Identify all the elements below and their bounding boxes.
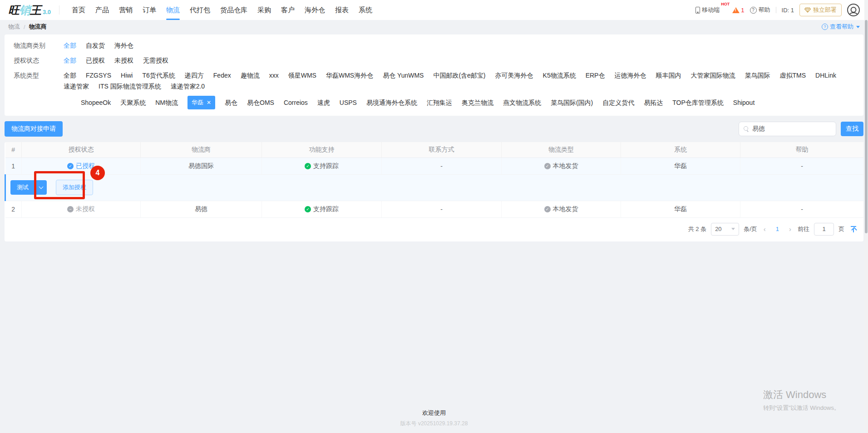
filter-option[interactable]: 递四方 [185,70,204,81]
table-header-row: # 授权状态 物流商 功能支持 联系方式 物流类型 系统 帮助 [5,142,864,157]
check-circle-icon: ✓ [305,206,311,212]
filter-option[interactable]: 未授权 [114,55,133,66]
filter-option[interactable]: 虚拟TMS [779,70,806,81]
filter-option[interactable]: K5物流系统 [543,70,576,81]
filter-option[interactable]: NM物流 [155,97,178,108]
filter-option[interactable]: 易境通海外仓系统 [366,97,417,108]
prev-page-button[interactable]: ‹ [762,225,768,233]
help-link[interactable]: ? 帮助 [750,6,770,14]
filter-option[interactable]: 易拓达 [644,97,663,108]
filter-option[interactable]: 中国邮政(含e邮宝) [433,70,485,81]
filter-option[interactable]: 海外仓 [114,40,133,51]
nav-item[interactable]: 订单 [138,0,161,20]
filter-option[interactable]: 自定义货代 [602,97,634,108]
filter-option[interactable]: 速递管家 [64,81,89,92]
check-circle-icon: ✓ [544,206,551,212]
filter-option[interactable]: ITS 国际物流管理系统 [99,81,161,92]
filter-option-selected[interactable]: 全部 [64,40,76,51]
filter-option[interactable]: 菜鸟国际(国内) [551,97,593,108]
carrier-apply-button[interactable]: 物流商对接申请 [5,121,63,137]
app-logo[interactable]: 旺 销 王 3.0 [8,3,51,18]
filter-option[interactable]: TOP仓库管理系统 [672,97,724,108]
col-header-system: 系统 [621,142,740,157]
filter-option[interactable]: 汇翔集运 [427,97,452,108]
filter-option[interactable]: Correios [284,97,308,108]
nav-item[interactable]: 报表 [330,0,354,20]
filter-option[interactable]: 奥克兰物流 [462,97,493,108]
nav-item[interactable]: 系统 [354,0,377,20]
table-row[interactable]: 2 −未授权 易德 ✓支持跟踪 - ✓本地发货 华磊 - [5,201,864,217]
view-help-dropdown[interactable]: ? 查看帮助 [822,23,860,31]
filter-option[interactable]: 速虎 [317,97,330,108]
filter-option[interactable]: Fedex [213,70,231,81]
filter-option[interactable]: DHLink [815,70,836,81]
selected-system-tag[interactable]: 华磊 ✕ [187,96,215,109]
nav-item[interactable]: 代打包 [185,0,215,20]
standalone-deploy-button[interactable]: 独立部署 [799,4,842,16]
search-input[interactable] [752,125,834,133]
breadcrumb: 物流 / 物流商 [8,23,47,31]
cell-system: 华磊 [621,157,740,174]
vertical-scrollbar[interactable] [864,0,868,433]
nav-item[interactable]: 海外仓 [300,0,330,20]
nav-item[interactable]: 营销 [114,0,138,20]
filter-option[interactable]: Shipout [733,97,755,108]
pagination-total: 共 2 条 [688,225,706,233]
back-to-top-icon[interactable] [850,226,857,233]
filter-option-selected[interactable]: 全部 [64,55,76,66]
filter-option[interactable]: 易仓OMS [247,97,274,108]
cell-type: ✓本地发货 [502,157,621,174]
search-button[interactable]: 查找 [841,122,863,136]
breadcrumb-parent[interactable]: 物流 [8,23,20,31]
version-text: 版本号 v20251029.19.37.28 [0,420,868,428]
filter-option[interactable]: 自发货 [86,40,105,51]
nav-item[interactable]: 采购 [252,0,276,20]
goto-page-input[interactable] [814,223,834,236]
filter-option[interactable]: ERP仓 [586,70,605,81]
filter-option[interactable]: 趣物流 [241,70,260,81]
filter-option[interactable]: 易仓 YunWMS [383,70,424,81]
filter-option[interactable]: 大管家国际物流 [690,70,735,81]
tag-close-icon[interactable]: ✕ [207,100,211,105]
col-header-help: 帮助 [740,142,864,157]
next-page-button[interactable]: › [787,225,793,233]
filter-option[interactable]: 亦可美海外仓 [495,70,533,81]
filter-option[interactable]: 全部 [64,70,76,81]
nav-item[interactable]: 货品仓库 [215,0,252,20]
search-box [739,122,836,136]
filter-option[interactable]: 天聚系统 [120,97,146,108]
nav-item[interactable]: 产品 [90,0,114,20]
filter-option[interactable]: 领星WMS [288,70,316,81]
add-auth-button[interactable]: 添加授权 [56,180,93,195]
filter-option[interactable]: xxx [269,70,279,81]
warning-indicator[interactable]: 1 [732,7,744,14]
filter-option[interactable]: 顺丰国内 [656,70,681,81]
nav-item-logistics-active[interactable]: 物流 [161,0,185,20]
test-dropdown-toggle[interactable] [35,180,47,195]
test-button[interactable]: 测试 [10,180,35,195]
filter-option[interactable]: 运德海外仓 [614,70,646,81]
filter-option[interactable]: 速递管家2.0 [171,81,205,92]
table-row-expanded-actions: 测试 添加授权 4 [5,174,864,201]
filter-option[interactable]: 燕文物流系统 [503,97,541,108]
filter-option[interactable]: 易仓 [225,97,237,108]
logo-text: 王 [30,3,41,18]
nav-item[interactable]: 客户 [276,0,300,20]
filter-option[interactable]: 华磊WMS海外仓 [326,70,373,81]
scrollbar-thumb[interactable] [865,20,868,233]
current-page-number[interactable]: 1 [772,226,783,232]
page-size-select[interactable]: 20 [711,223,739,236]
filter-option[interactable]: Hiwi [121,70,133,81]
table-row[interactable]: 1 ✓已授权 易德国际 ✓支持跟踪 - ✓本地发货 华磊 - [5,157,864,174]
mobile-label: 移动端 [702,6,720,14]
nav-item[interactable]: 首页 [67,0,90,20]
filter-option[interactable]: 菜鸟国际 [745,70,770,81]
filter-option[interactable]: ShopeeOk [81,97,111,108]
filter-option[interactable]: USPS [340,97,357,108]
mobile-link[interactable]: 移动端 HOT [695,6,720,14]
filter-option[interactable]: T6货代系统 [142,70,175,81]
filter-option[interactable]: 已授权 [86,55,105,66]
filter-option[interactable]: 无需授权 [143,55,168,66]
user-avatar[interactable] [847,4,860,16]
filter-option[interactable]: FZGSYS [86,70,111,81]
